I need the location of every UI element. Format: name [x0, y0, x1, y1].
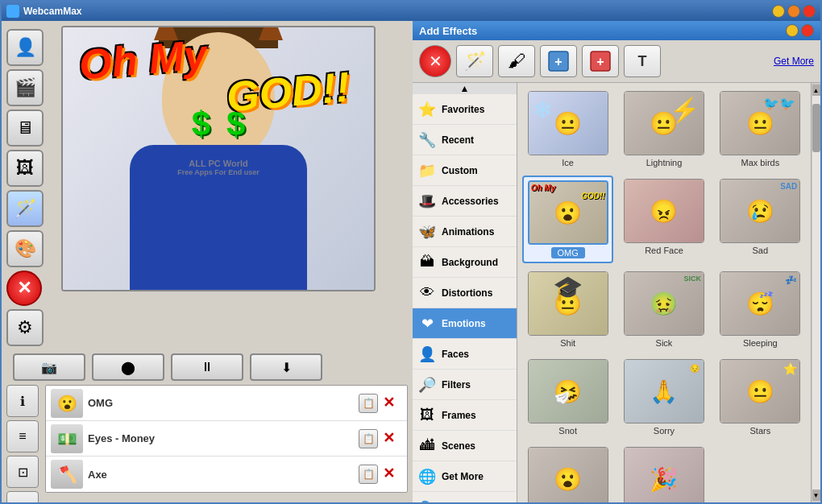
custom-label: Custom — [442, 165, 478, 176]
grid-button[interactable]: ⊞ — [6, 491, 39, 502]
effect-card-omg[interactable]: Oh My GOD!! 😮 OMG — [522, 176, 613, 263]
cat-favorites[interactable]: ⭐ Favorites — [413, 94, 517, 125]
download-button[interactable]: ⬇ — [250, 353, 322, 381]
scroll-up-btn[interactable]: ▲ — [812, 85, 820, 96]
maximize-button[interactable] — [787, 5, 800, 18]
copy-axe-button[interactable]: 📋 — [359, 465, 378, 484]
sidebar-video-button[interactable]: 🎬 — [6, 69, 44, 106]
add-effects-title: Add Effects — [419, 25, 477, 37]
cat-faces[interactable]: 👤 Faces — [413, 339, 517, 370]
cat-background[interactable]: 🏔 Background — [413, 247, 517, 278]
cat-recent[interactable]: 🔧 Recent — [413, 125, 517, 155]
effect-card-ice[interactable]: ❄ 😐 Ice — [522, 88, 613, 171]
cat-animations[interactable]: 🦋 Animations — [413, 217, 517, 247]
sidebar-stop-button[interactable]: ✕ — [6, 271, 42, 306]
cat-custom[interactable]: 📁 Custom — [413, 155, 517, 186]
favorites-label: Favorites — [442, 104, 484, 115]
frames-label: Frames — [442, 410, 476, 421]
info-button[interactable]: ℹ — [6, 385, 39, 417]
effect-name-axe: Axe — [88, 469, 354, 481]
camera-button[interactable]: 📷 — [13, 353, 85, 381]
god-overlay: GOD!! — [225, 62, 352, 121]
list-button[interactable]: ≡ — [6, 420, 39, 452]
background-icon: 🏔 — [417, 253, 437, 272]
delete-axe-button[interactable]: ✕ — [383, 465, 402, 484]
effect-card-maxbirds[interactable]: 🐦🐦 😐 Max birds — [715, 88, 806, 171]
effect-card-extra2[interactable]: 🎉 — [618, 444, 709, 502]
effect-card-sleeping[interactable]: 💤 😴 Sleeping — [715, 268, 806, 351]
record-button[interactable]: ⬤ — [92, 353, 164, 381]
left-panel: 👤 🎬 🖥 🖼 🪄 🎨 ✕ ⚙ Oh My GOD!! — [2, 21, 413, 502]
scroll-down-btn[interactable]: ▼ — [812, 490, 820, 501]
frames-icon: 🖼 — [417, 406, 437, 425]
wand-tool-button[interactable]: 🪄 — [456, 45, 493, 77]
effects-close[interactable] — [801, 24, 814, 37]
effect-card-extra1[interactable]: 😮 — [522, 444, 613, 502]
cat-scroll-up[interactable]: ▲ — [413, 83, 517, 94]
horn-right — [259, 26, 283, 40]
effect-label-stars: Stars — [749, 426, 770, 436]
effect-label-snot: Snot — [558, 426, 577, 436]
sidebar-person-button[interactable]: 👤 — [6, 29, 44, 66]
filters-icon: 🔎 — [417, 375, 437, 395]
cat-distortions[interactable]: 👁 Distortions — [413, 278, 517, 308]
text-tool-button[interactable]: T — [624, 45, 661, 77]
title-bar-controls — [772, 5, 816, 18]
app-window: WebcamMax 👤 🎬 🖥 🖼 🪄 🎨 ✕ — [0, 0, 822, 504]
delete-omg-button[interactable]: ✕ — [383, 394, 402, 413]
scroll-thumb[interactable] — [812, 104, 820, 152]
minimize-button[interactable] — [772, 5, 785, 18]
sidebar-gear-button[interactable]: ⚙ — [6, 309, 44, 346]
add2-tool-button[interactable]: + — [582, 45, 619, 77]
effect-card-stars[interactable]: ⭐ 😐 Stars — [715, 356, 806, 439]
effects-minimize[interactable] — [786, 24, 799, 37]
cat-frames[interactable]: 🖼 Frames — [413, 400, 517, 431]
effect-card-sorry[interactable]: 😔 🙏 Sorry — [618, 356, 709, 439]
app-icon — [6, 5, 19, 18]
sidebar-left: 👤 🎬 🖥 🖼 🪄 🎨 ✕ ⚙ — [6, 26, 52, 346]
effect-item-omg: 😮 OMG 📋 ✕ — [46, 386, 407, 421]
scenes-icon: 🏙 — [417, 436, 437, 456]
cat-filters[interactable]: 🔎 Filters — [413, 370, 517, 400]
effect-img-extra1: 😮 — [528, 447, 608, 502]
effect-label-ice: Ice — [562, 158, 574, 167]
get-more-button[interactable]: Get More — [774, 56, 814, 67]
sidebar-image-button[interactable]: 🖼 — [6, 150, 44, 187]
effects-toolbar: ✕ 🪄 🖌 + + T — [413, 40, 820, 83]
copy-money-button[interactable]: 📋 — [359, 429, 378, 448]
cat-scenes[interactable]: 🏙 Scenes — [413, 431, 517, 461]
effect-card-lightning[interactable]: ⚡ 😐 Lightning — [618, 88, 709, 171]
add-tool-button[interactable]: + — [540, 45, 577, 77]
effect-img-stars: ⭐ 😐 — [720, 359, 800, 423]
webcam-controls: 📷 ⬤ ⏸ ⬇ — [13, 353, 408, 381]
cat-accessories[interactable]: 🎩 Accessories — [413, 186, 517, 217]
effect-img-lightning: ⚡ 😐 — [624, 91, 704, 155]
sidebar-brush-button[interactable]: 🎨 — [6, 230, 44, 267]
copy-omg-button[interactable]: 📋 — [359, 394, 378, 413]
cat-install[interactable]: 🎭 Install — [413, 492, 517, 502]
effect-img-maxbirds: 🐦🐦 😐 — [720, 91, 800, 155]
effect-card-shit[interactable]: 🎓 😐 Shit — [522, 268, 613, 351]
expand-button[interactable]: ⊡ — [6, 456, 39, 488]
effect-label-sick: Sick — [656, 338, 673, 348]
close-tool-button[interactable]: ✕ — [419, 45, 451, 77]
effect-img-sorry: 😔 🙏 — [624, 359, 704, 423]
scrollbar[interactable]: ▲ ▼ — [811, 83, 820, 502]
cat-get-more[interactable]: 🌐 Get More — [413, 461, 517, 492]
effect-card-sad[interactable]: SAD 😢 Sad — [715, 176, 806, 263]
person-shirt — [130, 145, 307, 290]
delete-money-button[interactable]: ✕ — [383, 429, 402, 448]
effects-body: ▲ ⭐ Favorites 🔧 Recent 📁 — [413, 83, 820, 502]
effect-card-redface[interactable]: 😠 Red Face — [618, 176, 709, 263]
cat-emotions[interactable]: ❤ Emotions — [413, 308, 517, 339]
pause-button[interactable]: ⏸ — [171, 353, 243, 381]
custom-icon: 📁 — [417, 161, 437, 180]
effects-grid: ❄ 😐 Ice — [522, 88, 806, 502]
close-button[interactable] — [803, 5, 816, 18]
brush-tool-button[interactable]: 🖌 — [498, 45, 535, 77]
sidebar-screen-button[interactable]: 🖥 — [6, 109, 44, 147]
effect-card-snot[interactable]: 🤧 Snot — [522, 356, 613, 439]
effect-card-sick[interactable]: SICK 🤢 Sick — [618, 268, 709, 351]
effect-thumb-axe: 🪓 — [51, 460, 83, 489]
sidebar-wand-button[interactable]: 🪄 — [6, 190, 44, 227]
